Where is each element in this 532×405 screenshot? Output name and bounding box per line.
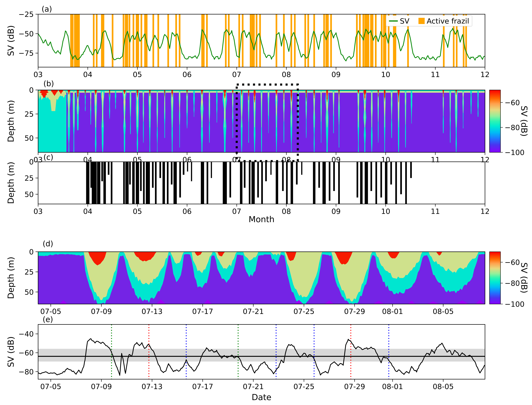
- presence-bar: [296, 162, 298, 184]
- frazil-bar: [313, 14, 315, 67]
- x-tick-label: 08-01: [382, 307, 403, 316]
- std-band: [38, 349, 485, 362]
- x-tick-label: 04: [83, 207, 92, 216]
- presence-bar: [152, 162, 154, 188]
- colorbar-b-title: SV (dB): [519, 106, 529, 136]
- x-tick-label: 07: [232, 70, 241, 79]
- presence-bar: [252, 162, 255, 204]
- colorbar-bar: [490, 252, 500, 304]
- x-tick-label: 07-05: [40, 307, 61, 316]
- presence-bar: [265, 162, 267, 181]
- x-tick-label: 09: [331, 70, 341, 79]
- x-tick-label: 03: [34, 70, 43, 79]
- presence-bar: [108, 162, 109, 175]
- colorbar-tick-label: −60: [505, 258, 520, 266]
- y-tick-label: 50: [25, 288, 34, 296]
- presence-bar: [318, 162, 320, 188]
- presence-bar: [143, 162, 145, 204]
- panel-a-ylabel: SV (dB): [6, 25, 16, 56]
- presence-bar: [97, 162, 100, 204]
- figure: 03040506070809101112−25−50−75 0304050607…: [0, 0, 532, 405]
- presence-bar: [155, 162, 157, 204]
- frazil-bar: [364, 14, 369, 67]
- panel-b-plot: 0304050607080910111202550: [25, 85, 490, 164]
- presence-bar: [123, 162, 125, 204]
- x-tick-label: 07: [232, 207, 241, 216]
- frazil-bar: [96, 14, 97, 67]
- presence-bar: [140, 162, 142, 191]
- frazil-bar: [228, 14, 230, 67]
- month-axis-title: Month: [249, 215, 275, 224]
- y-tick-label: −50: [19, 30, 34, 38]
- presence-bar: [191, 162, 192, 181]
- presence-bar: [261, 162, 263, 204]
- colorbar-tick-label: −80: [505, 123, 520, 132]
- presence-bar: [173, 162, 177, 204]
- frazil-bar: [323, 14, 325, 67]
- x-tick-label: 07-25: [293, 382, 314, 391]
- colorbar-d-title: SV (dB): [519, 262, 529, 293]
- y-tick-label: 0: [29, 158, 34, 166]
- presence-bar: [132, 162, 135, 204]
- x-tick-label: 07-09: [91, 382, 112, 391]
- panel-b-ylabel: Depth (m): [6, 100, 16, 142]
- x-tick-label: 08: [282, 207, 291, 216]
- frazil-bar: [326, 14, 329, 67]
- presence-bar: [276, 162, 278, 204]
- panel-c-ylabel: Depth (m): [6, 162, 16, 204]
- x-tick-label: 07: [232, 155, 241, 164]
- frazil-bar: [330, 14, 332, 67]
- x-tick-label: 07-29: [344, 382, 365, 391]
- x-tick-label: 04: [83, 70, 92, 79]
- frazil-bar: [304, 14, 306, 67]
- x-tick-label: 10: [381, 207, 390, 216]
- x-tick-label: 05: [133, 70, 142, 79]
- y-tick-label: −25: [19, 10, 34, 19]
- date-axis-title: Date: [252, 392, 272, 402]
- panel-e-ylabel: SV (dB): [6, 336, 16, 367]
- frazil-bar: [175, 14, 177, 67]
- x-tick-label: 08-05: [433, 382, 454, 391]
- legend-frazil-label: Active frazil: [427, 17, 469, 25]
- x-tick-label: 11: [431, 207, 440, 216]
- y-tick-label: 0: [29, 86, 34, 94]
- presence-bar: [390, 162, 392, 184]
- x-tick-label: 06: [183, 207, 192, 216]
- frazil-bar: [225, 14, 227, 67]
- frazil-bar: [123, 14, 124, 67]
- presence-bar: [282, 162, 284, 191]
- presence-bar: [329, 162, 330, 201]
- presence-bar: [207, 162, 208, 204]
- x-tick-label: 05: [133, 207, 142, 216]
- presence-bar: [136, 162, 139, 204]
- presence-bar: [333, 162, 335, 191]
- frazil-bar: [356, 14, 358, 67]
- y-tick-label: 50: [25, 134, 34, 142]
- y-tick-label: −75: [19, 49, 34, 57]
- x-tick-label: 07-17: [192, 382, 213, 391]
- sv-line-swatch: [389, 20, 398, 21]
- x-tick-label: 10: [381, 70, 390, 79]
- frazil-bar: [133, 14, 134, 67]
- colorbar-bar: [490, 90, 500, 152]
- x-tick-label: 07-09: [91, 307, 112, 316]
- presence-bar: [163, 162, 165, 204]
- presence-bar: [86, 162, 89, 204]
- presence-bar: [380, 162, 382, 197]
- legend-sv-label: SV: [400, 17, 409, 25]
- y-tick-label: −80: [19, 368, 34, 376]
- presence-bar: [92, 162, 97, 204]
- frazil-bar: [375, 14, 377, 67]
- x-tick-label: 06: [183, 70, 192, 79]
- x-tick-label: 12: [480, 207, 490, 216]
- frazil-bar: [239, 14, 240, 67]
- presence-bar: [385, 162, 387, 204]
- presence-bar: [410, 162, 412, 178]
- presence-bar: [286, 162, 288, 204]
- presence-bar: [211, 162, 212, 178]
- panel-e-plot: 07-0507-0907-1307-1707-2107-2507-2908-01…: [19, 324, 485, 391]
- x-tick-label: 08-01: [382, 382, 403, 391]
- x-tick-label: 11: [431, 70, 440, 79]
- presence-bar: [360, 162, 362, 204]
- presence-bar: [313, 162, 315, 204]
